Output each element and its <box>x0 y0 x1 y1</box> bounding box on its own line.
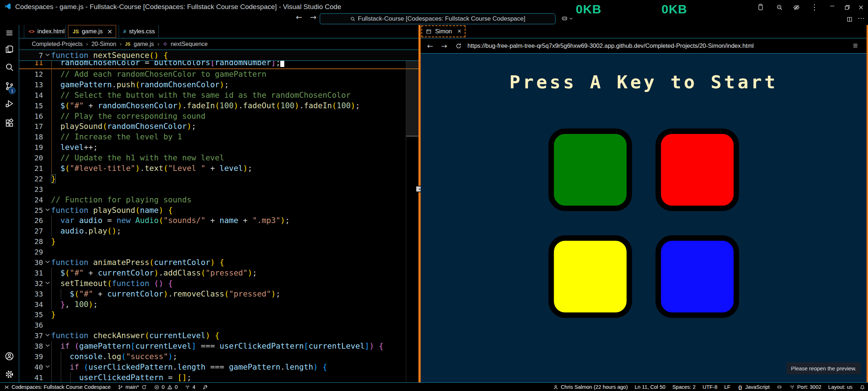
line-number[interactable]: 17 <box>19 121 43 132</box>
fold-chevron-icon[interactable] <box>45 208 50 212</box>
keyboard-layout[interactable]: Layout: us <box>828 384 852 390</box>
menu-hamburger-icon[interactable] <box>5 29 14 38</box>
restore-icon[interactable] <box>843 3 851 11</box>
code-line-content[interactable]: $("#" + randomChosenColor).fadeIn(100).f… <box>51 101 360 111</box>
line-number[interactable]: 18 <box>19 132 43 142</box>
ports-status[interactable]: 4 <box>184 384 195 390</box>
current-line-clipped[interactable]: 11 randomChosenColor = buttonColors[rand… <box>19 61 418 69</box>
breadcrumb-item[interactable]: 20-Simon <box>92 41 116 47</box>
code-line-content[interactable]: function checkAnswer(currentLevel) { <box>51 331 220 341</box>
line-number[interactable]: 35 <box>19 310 43 320</box>
code-line-content[interactable]: // Add each randomChosenColor to gamePat… <box>51 69 266 80</box>
line-number[interactable]: 30 <box>19 257 43 268</box>
fold-chevron-icon[interactable] <box>45 365 50 369</box>
code-line-content[interactable]: $("#" + currentColor).removeClass("press… <box>51 289 280 299</box>
tab-close-icon[interactable]: × <box>458 28 461 35</box>
account-icon[interactable] <box>5 352 14 361</box>
line-number[interactable]: 22 <box>19 174 43 184</box>
line-number[interactable]: 27 <box>19 226 43 236</box>
scrollbar-slider[interactable] <box>406 58 419 136</box>
line-number[interactable]: 16 <box>19 111 43 122</box>
command-center-search[interactable]: Fullstack-Course [Codespaces: Fullstack … <box>320 13 556 24</box>
blame-status[interactable]: Chris Salmon (22 hours ago) <box>553 384 627 390</box>
breadcrumb-item[interactable]: Completed-Projects <box>32 41 83 47</box>
nav-forward-icon[interactable]: → <box>310 13 317 22</box>
code-line-content[interactable]: setTimeout(function () { <box>51 278 173 289</box>
line-number[interactable]: 24 <box>19 195 43 205</box>
tab-simon-preview[interactable]: Simon × <box>421 25 465 37</box>
run-debug-icon[interactable] <box>5 99 14 108</box>
line-number[interactable]: 36 <box>19 320 43 331</box>
code-line-content[interactable]: $("#level-title").text("Level " + level)… <box>51 163 252 174</box>
line-number[interactable]: 39 <box>19 352 43 362</box>
encoding[interactable]: UTF-8 <box>702 384 717 390</box>
code-line-content[interactable]: var audio = new Audio("sounds/" + name +… <box>51 215 290 226</box>
code-line-content[interactable]: function nextSequence() { <box>51 50 168 61</box>
fold-chevron-icon[interactable] <box>45 260 50 264</box>
code-line-content[interactable]: } <box>51 236 56 247</box>
fold-chevron-icon[interactable] <box>45 53 50 57</box>
preview-forward-icon[interactable]: → <box>441 42 447 50</box>
fold-chevron-icon[interactable] <box>45 344 50 348</box>
line-number[interactable]: 12 <box>19 69 43 80</box>
reload-icon[interactable] <box>455 43 462 49</box>
code-line-content[interactable]: function animatePress(currentColor) { <box>51 257 224 268</box>
code-line-content[interactable]: audio.play(); <box>51 226 121 236</box>
code-line-content[interactable]: // Play the corresponding sound <box>51 111 205 122</box>
port-status[interactable]: Port: 3002 <box>789 384 821 390</box>
preview-menu-icon[interactable] <box>852 43 859 49</box>
line-number[interactable]: 34 <box>19 299 43 310</box>
code-line-content[interactable]: // Update the h1 with the new level <box>51 153 224 163</box>
problems-status[interactable]: 00 <box>154 384 178 390</box>
code-line-content[interactable]: if (userClickedPattern.length === gamePa… <box>51 362 327 373</box>
remote-status[interactable]: Codespaces: Fullstack Course Codespace <box>4 384 111 390</box>
tab-styles-css[interactable]: # styles.css <box>119 25 159 38</box>
line-number[interactable]: 11 <box>19 61 43 68</box>
line-number[interactable]: 20 <box>19 153 43 163</box>
fold-chevron-icon[interactable] <box>45 333 50 337</box>
notifications[interactable] <box>859 384 865 390</box>
eye-off-icon[interactable] <box>792 3 800 11</box>
code-line-content[interactable]: } <box>51 174 56 184</box>
explorer-icon[interactable] <box>5 45 14 54</box>
extensions-icon[interactable] <box>5 118 14 128</box>
tab-index-html[interactable]: <> index.html <box>24 25 66 38</box>
code-line-content[interactable]: randomChosenColor = buttonColors[randomN… <box>51 61 284 68</box>
tab-game-js[interactable]: JS game.js × <box>68 25 116 38</box>
simon-button-red[interactable] <box>655 129 739 211</box>
clipboard-icon[interactable] <box>757 3 765 11</box>
line-number[interactable]: 41 <box>19 373 43 382</box>
breadcrumb-item[interactable]: nextSequence <box>171 41 208 47</box>
code-line-content[interactable]: function playSound(name) { <box>51 205 173 216</box>
code-line-content[interactable]: // Select the button with the same id as… <box>51 90 350 101</box>
code-editor[interactable]: 7function nextSequence() {11 randomChose… <box>19 50 418 382</box>
simon-button-yellow[interactable] <box>548 235 632 318</box>
split-editor-icon[interactable] <box>846 15 854 23</box>
line-number[interactable]: 13 <box>19 80 43 90</box>
line-number[interactable]: 14 <box>19 90 43 101</box>
editor-scrollbar[interactable] <box>406 50 419 382</box>
line-number[interactable]: 25 <box>19 205 43 216</box>
simon-button-blue[interactable] <box>655 235 739 318</box>
tab-close-icon[interactable]: × <box>107 28 112 35</box>
code-line-content[interactable]: level++; <box>51 142 98 153</box>
line-number[interactable]: 19 <box>19 142 43 153</box>
simon-button-green[interactable] <box>548 129 632 211</box>
line-number[interactable]: 15 <box>19 101 43 111</box>
code-line-content[interactable]: userClickedPattern = []; <box>51 373 191 382</box>
line-number[interactable]: 40 <box>19 362 43 373</box>
kebab-menu-icon[interactable]: ⋮ <box>810 3 818 11</box>
git-branch-status[interactable]: main* <box>118 384 147 390</box>
line-number[interactable]: 32 <box>19 278 43 289</box>
line-number[interactable]: 23 <box>19 184 43 195</box>
sticky-scroll-header[interactable]: 7function nextSequence() { <box>19 50 418 61</box>
code-line-content[interactable]: if (gamePattern[currentLevel] === userCl… <box>51 341 383 352</box>
code-line-content[interactable]: }, 100); <box>51 299 98 310</box>
line-number[interactable]: 37 <box>19 331 43 341</box>
line-number[interactable]: 31 <box>19 268 43 278</box>
code-line-content[interactable]: // Function for playing sounds <box>51 195 191 205</box>
minimize-icon[interactable]: – <box>828 1 836 9</box>
line-number[interactable]: 29 <box>19 247 43 257</box>
line-number[interactable]: 38 <box>19 341 43 352</box>
copilot-menu-button[interactable] <box>561 15 573 22</box>
